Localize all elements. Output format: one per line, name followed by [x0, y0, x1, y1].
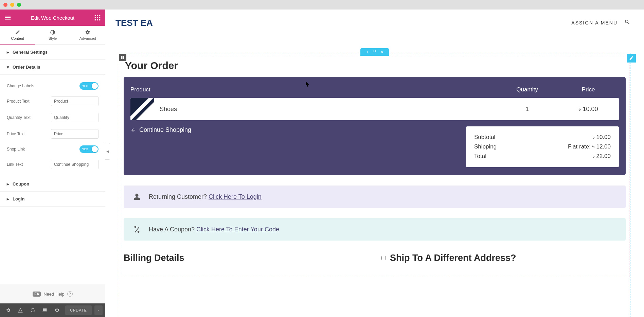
order-summary-box: Product Quantity Price Shoes 1 ৳ 10.00 C…	[124, 77, 626, 175]
page-header: TEST EA ASSIGN A MENU	[105, 10, 644, 36]
product-image	[130, 98, 154, 120]
col-quantity-header: Quantity	[497, 86, 558, 93]
product-quantity: 1	[497, 106, 558, 113]
section-general-label: General Settings	[13, 50, 48, 55]
section-edit-handles[interactable]: ＋ ⠿ ✕	[360, 48, 389, 56]
tab-advanced-label: Advanced	[79, 36, 96, 40]
navigator-icon[interactable]	[15, 305, 26, 316]
caret-right-icon: ▸	[7, 196, 9, 201]
section-coupon[interactable]: ▸ Coupon	[0, 177, 105, 192]
tab-content-label: Content	[11, 36, 24, 40]
caret-right-icon: ▸	[7, 50, 9, 55]
assign-menu-link[interactable]: ASSIGN A MENU	[571, 20, 618, 25]
continue-shopping-label: Continue Shopping	[139, 126, 191, 134]
price-text-input[interactable]	[51, 129, 99, 139]
close-window-button[interactable]	[3, 3, 7, 7]
total-label: Total	[474, 153, 486, 160]
quantity-text-input[interactable]	[51, 113, 99, 122]
shipping-label: Shipping	[474, 143, 497, 150]
toggle-knob	[92, 83, 98, 89]
price-text-label: Price Text	[7, 131, 48, 136]
section-order-details-label: Order Details	[13, 65, 40, 70]
login-notice: Returning Customer? Click Here To Login	[124, 186, 626, 208]
section-order-details[interactable]: ▾ Order Details	[0, 60, 105, 75]
product-price: ৳ 10.00	[558, 106, 619, 113]
edit-widget-icon[interactable]	[627, 54, 636, 63]
quantity-text-label: Quantity Text	[7, 115, 48, 120]
section-login-label: Login	[13, 196, 24, 201]
change-labels-toggle[interactable]: YES	[79, 82, 99, 90]
arrow-left-icon	[130, 127, 136, 133]
column-handle[interactable]	[119, 54, 126, 61]
settings-icon[interactable]	[3, 305, 14, 316]
product-text-label: Product Text	[7, 99, 48, 104]
preview-icon[interactable]	[52, 305, 62, 316]
toggle-yes-label-2: YES	[82, 147, 88, 151]
sidebar-header: Edit Woo Checkout	[0, 10, 105, 26]
sidebar-bottom-bar: UPDATE	[0, 303, 105, 317]
need-help[interactable]: EA Need Help ?	[0, 284, 105, 303]
col-product-header: Product	[130, 86, 497, 93]
collapse-sidebar-handle[interactable]: ◀	[105, 143, 110, 160]
delete-section-icon[interactable]: ✕	[379, 50, 386, 54]
help-icon: ?	[67, 291, 73, 297]
add-section-icon[interactable]: ＋	[364, 50, 371, 54]
apps-icon[interactable]	[94, 14, 101, 21]
drag-section-icon[interactable]: ⠿	[371, 50, 378, 54]
subtotal-value: ৳ 10.00	[592, 134, 611, 141]
link-text-input[interactable]	[51, 160, 99, 169]
order-totals: Subtotal ৳ 10.00 Shipping Flat rate: ৳ 1…	[466, 126, 619, 167]
svg-rect-0	[95, 15, 96, 16]
update-button[interactable]: UPDATE	[65, 305, 92, 315]
mac-titlebar	[0, 0, 644, 10]
mouse-cursor-icon	[306, 82, 310, 87]
svg-rect-4	[97, 17, 98, 18]
need-help-label: Need Help	[43, 292, 64, 297]
total-value: ৳ 22.00	[592, 153, 611, 160]
site-logo[interactable]: TEST EA	[115, 18, 153, 28]
login-link[interactable]: Click Here To Login	[209, 193, 262, 200]
shipping-value: Flat rate: ৳ 12.00	[568, 143, 611, 150]
percent-icon	[133, 226, 141, 233]
toggle-yes-label: YES	[82, 84, 88, 88]
maximize-window-button[interactable]	[17, 3, 21, 7]
product-name: Shoes	[154, 106, 497, 113]
ship-different-title: Ship To A Different Address?	[390, 253, 516, 263]
history-icon[interactable]	[27, 305, 38, 316]
shop-link-toggle[interactable]: YES	[79, 145, 99, 153]
tab-style-label: Style	[49, 36, 57, 40]
sidebar-title: Edit Woo Checkout	[31, 15, 74, 21]
svg-rect-7	[97, 19, 98, 21]
caret-right-icon: ▸	[7, 181, 9, 187]
svg-rect-2	[99, 15, 101, 16]
menu-icon[interactable]	[4, 14, 12, 21]
update-more-button[interactable]	[94, 305, 103, 315]
order-item-row: Shoes 1 ৳ 10.00	[130, 98, 619, 120]
coupon-notice: Have A Coupon? Click Here To Enter Your …	[124, 218, 626, 241]
coupon-text: Have A Coupon?	[149, 226, 196, 233]
billing-details-title: Billing Details	[124, 253, 368, 263]
coupon-link[interactable]: Click Here To Enter Your Code	[196, 226, 279, 233]
svg-rect-8	[99, 19, 101, 21]
section-coupon-label: Coupon	[13, 181, 29, 187]
sidebar-tabs: Content Style Advanced	[0, 26, 105, 45]
continue-shopping-link[interactable]: Continue Shopping	[130, 126, 191, 134]
change-labels-label: Change Labels	[7, 84, 48, 88]
svg-rect-1	[97, 15, 98, 16]
responsive-icon[interactable]	[39, 305, 50, 316]
order-details-settings: Change Labels YES Product Text Quantity …	[0, 75, 105, 177]
ship-different-checkbox[interactable]	[381, 256, 386, 260]
minimize-window-button[interactable]	[10, 3, 14, 7]
tab-advanced[interactable]: Advanced	[70, 26, 105, 45]
returning-customer-text: Returning Customer?	[149, 193, 209, 200]
tab-style[interactable]: Style	[35, 26, 70, 45]
tab-content[interactable]: Content	[0, 26, 35, 45]
product-text-input[interactable]	[51, 96, 99, 106]
link-text-label: Link Text	[7, 162, 48, 167]
section-general-settings[interactable]: ▸ General Settings	[0, 45, 105, 60]
search-icon[interactable]	[624, 19, 630, 27]
subtotal-label: Subtotal	[474, 134, 495, 141]
preview-canvas: TEST EA ASSIGN A MENU ＋ ⠿ ✕ Your Order	[105, 10, 644, 317]
your-order-title: Your Order	[125, 60, 626, 71]
section-login[interactable]: ▸ Login	[0, 192, 105, 207]
